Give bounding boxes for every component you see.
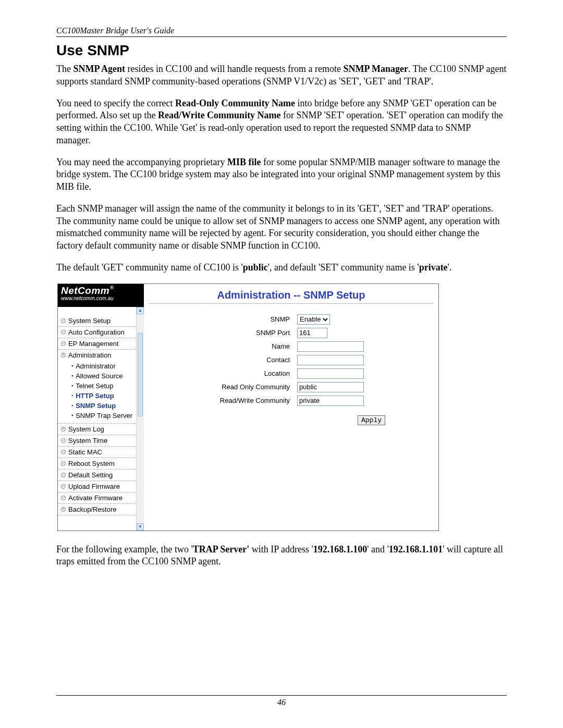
snmp-port-input[interactable]: [297, 328, 327, 338]
expand-icon: +: [61, 353, 66, 357]
sidebar-item-label: System Setup: [68, 317, 111, 325]
sidebar-subitem-label: SNMP Trap Server: [76, 412, 132, 419]
sidebar-subitem-label: Administrator: [76, 362, 116, 370]
sidebar: NetComm® www.netcomm.com.au –System Setu…: [58, 284, 144, 530]
contact-label: Contact: [201, 356, 297, 364]
sidebar-item[interactable]: –System Setup: [58, 315, 144, 327]
sidebar-item[interactable]: +AdministrationAdministratorAllowed Sour…: [58, 350, 144, 424]
sidebar-item[interactable]: –Auto Configuration: [58, 327, 144, 338]
location-label: Location: [201, 369, 297, 377]
sidebar-item[interactable]: –Reboot System: [58, 458, 144, 470]
brand-name: NetComm: [61, 285, 109, 296]
scroll-down-icon[interactable]: ▼: [137, 523, 144, 530]
collapse-icon: –: [61, 484, 66, 489]
sidebar-item-label: Static MAC: [68, 448, 102, 456]
expand-icon: +: [61, 507, 66, 512]
collapse-icon: –: [61, 496, 66, 500]
collapse-icon: –: [61, 473, 66, 477]
sidebar-subitem-label: Telnet Setup: [76, 382, 113, 390]
sidebar-subitem[interactable]: SNMP Trap Server: [71, 411, 144, 421]
sidebar-subitem-label: Allowed Source: [76, 372, 123, 380]
sidebar-item-label: Auto Configuration: [68, 328, 125, 336]
sidebar-item-label: System Time: [68, 437, 107, 445]
paragraph-6: For the following example, the two 'TRAP…: [56, 544, 507, 569]
brand-logo: NetComm® www.netcomm.com.au: [58, 284, 144, 307]
paragraph-1: The SNMP Agent resides in CC100 and will…: [56, 63, 507, 88]
collapse-icon: –: [61, 318, 66, 323]
sidebar-item[interactable]: +Backup/Restore: [58, 504, 144, 515]
page-number: 46: [277, 698, 286, 707]
main-panel: Administration -- SNMP Setup SNMP Enable…: [144, 284, 438, 530]
sidebar-subitem[interactable]: SNMP Setup: [71, 401, 144, 411]
page-footer: 46: [56, 695, 507, 707]
admin-ui-screenshot: NetComm® www.netcomm.com.au –System Setu…: [57, 283, 439, 531]
sidebar-subitem[interactable]: Administrator: [71, 361, 144, 371]
sidebar-item-label: EP Management: [68, 340, 119, 348]
paragraph-4: Each SNMP manager will assign the name o…: [56, 203, 507, 252]
brand-url: www.netcomm.com.au: [61, 295, 141, 301]
collapse-icon: –: [61, 341, 66, 346]
sidebar-item[interactable]: –Activate Firmware: [58, 492, 144, 504]
collapse-icon: –: [61, 450, 66, 454]
section-title: Use SNMP: [56, 42, 507, 59]
sidebar-item-label: Backup/Restore: [68, 505, 117, 513]
sidebar-subitem-label: HTTP Setup: [76, 392, 114, 400]
sidebar-subitem[interactable]: Telnet Setup: [71, 381, 144, 391]
sidebar-item-label: Administration: [68, 351, 111, 359]
sidebar-subitem-label: SNMP Setup: [76, 402, 116, 410]
sidebar-item[interactable]: –Upload Firmware: [58, 481, 144, 492]
collapse-icon: –: [61, 461, 66, 466]
ro-community-label: Read Only Community: [201, 383, 297, 391]
rw-community-input[interactable]: [297, 396, 364, 406]
collapse-icon: –: [61, 438, 66, 443]
sidebar-item[interactable]: –System Time: [58, 435, 144, 447]
sidebar-item-label: Activate Firmware: [68, 494, 123, 502]
name-input[interactable]: [297, 341, 364, 352]
sidebar-item[interactable]: +System Log: [58, 424, 144, 435]
scroll-up-icon[interactable]: ▲: [137, 307, 144, 314]
sidebar-item[interactable]: –Static MAC: [58, 447, 144, 458]
sidebar-item-label: System Log: [68, 425, 104, 433]
sidebar-subitem[interactable]: Allowed Source: [71, 371, 144, 381]
document-page: CC100Master Bridge User's Guide Use SNMP…: [0, 0, 563, 728]
paragraph-5: The default 'GET' community name of CC10…: [56, 262, 507, 274]
sidebar-item-label: Default Setting: [68, 471, 113, 479]
snmp-form: SNMP Enable SNMP Port Name Contact: [201, 314, 433, 425]
scroll-thumb[interactable]: [138, 333, 143, 416]
snmp-port-label: SNMP Port: [201, 329, 297, 337]
collapse-icon: –: [61, 330, 66, 335]
sidebar-scrollbar[interactable]: ▲ ▼: [136, 307, 144, 530]
rw-community-label: Read/Write Community: [201, 397, 297, 404]
snmp-select[interactable]: Enable: [297, 314, 330, 325]
panel-title: Administration -- SNMP Setup: [149, 286, 433, 304]
snmp-label: SNMP: [201, 315, 297, 323]
apply-button[interactable]: Apply: [358, 415, 385, 425]
ro-community-input[interactable]: [297, 382, 364, 392]
paragraph-2: You need to specify the correct Read-Onl…: [56, 97, 507, 147]
expand-icon: +: [61, 427, 66, 431]
sidebar-item-label: Upload Firmware: [68, 483, 120, 490]
sidebar-item[interactable]: –EP Management: [58, 338, 144, 350]
paragraph-3: You may need the accompanying proprietar…: [56, 156, 507, 193]
name-label: Name: [201, 342, 297, 350]
running-header: CC100Master Bridge User's Guide: [56, 26, 507, 37]
contact-input[interactable]: [297, 355, 364, 365]
nav-tree: –System Setup–Auto Configuration–EP Mana…: [58, 315, 144, 515]
sidebar-item[interactable]: –Default Setting: [58, 470, 144, 481]
sidebar-item-label: Reboot System: [68, 460, 115, 467]
location-input[interactable]: [297, 368, 364, 379]
sidebar-subitem[interactable]: HTTP Setup: [71, 391, 144, 401]
